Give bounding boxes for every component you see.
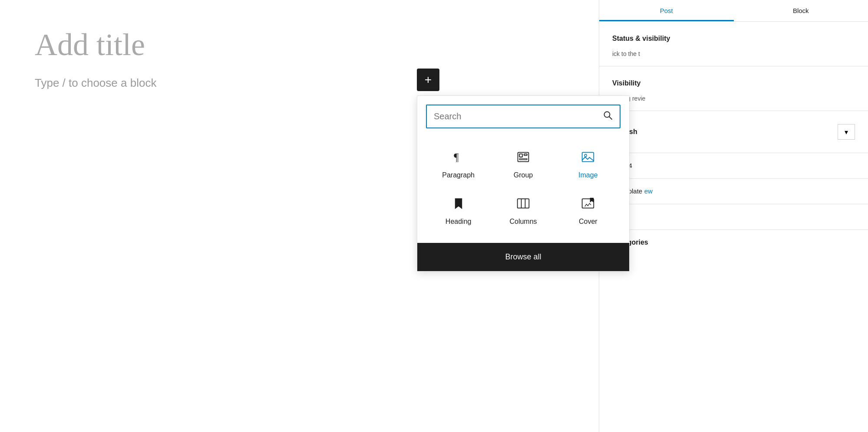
chevron-down-icon: ▾ [845, 128, 848, 136]
permalink-section: ink [599, 204, 868, 230]
title-placeholder[interactable]: Add title [35, 26, 564, 63]
block-prompt: Type / to choose a block [35, 76, 564, 90]
search-input[interactable] [434, 111, 603, 121]
sidebar-tabs: Post Block [599, 0, 868, 22]
cover-icon [581, 196, 595, 213]
block-inserter-popup: ¶ Paragraph Group [417, 95, 630, 272]
svg-text:¶: ¶ [454, 151, 459, 163]
search-icon [603, 111, 613, 122]
group-label: Group [514, 171, 533, 179]
template-section: lt template ew [599, 179, 868, 204]
svg-point-8 [584, 154, 587, 157]
categories-title: Categories [599, 230, 868, 251]
truncated-text-2: ending revie [612, 95, 855, 102]
svg-rect-7 [582, 152, 594, 161]
status-visibility-section: Status & visibility ick to the t [599, 22, 868, 66]
search-box [426, 105, 620, 128]
svg-rect-9 [518, 199, 529, 208]
categories-section: Categories [599, 230, 868, 251]
template-link[interactable]: ew [644, 187, 653, 195]
block-item-cover[interactable]: Cover [556, 188, 620, 234]
visibility-section: Visibility ending revie [599, 66, 868, 111]
block-grid: ¶ Paragraph Group [417, 133, 629, 243]
status-visibility-row: Status & visibility [612, 30, 855, 47]
visibility-row: Visibility [612, 75, 855, 92]
svg-rect-6 [519, 159, 527, 160]
paragraph-label: Paragraph [442, 171, 475, 179]
add-block-button[interactable]: + [417, 69, 439, 91]
visibility-title: Visibility [612, 79, 641, 87]
tab-post-label: Post [660, 7, 673, 14]
search-container [417, 96, 629, 133]
columns-icon [516, 196, 530, 213]
status-visibility-title: Status & visibility [612, 35, 670, 43]
sidebar-content: Status & visibility ick to the t Visibil… [599, 22, 868, 251]
group-icon [516, 150, 530, 167]
publish-row: Publish ▾ [612, 120, 855, 144]
heading-icon [452, 196, 465, 213]
block-item-group[interactable]: Group [491, 141, 555, 188]
image-icon [581, 150, 595, 167]
block-item-columns[interactable]: Columns [491, 188, 555, 234]
svg-line-1 [609, 117, 612, 119]
tab-block[interactable]: Block [734, 0, 868, 21]
block-item-heading[interactable]: Heading [426, 188, 491, 234]
truncated-text-1: ick to the t [612, 50, 855, 57]
publish-section: Publish ▾ [599, 111, 868, 153]
tab-block-label: Block [793, 7, 809, 14]
svg-rect-5 [524, 154, 527, 156]
publish-dropdown[interactable]: ▾ [838, 124, 855, 140]
tab-post[interactable]: Post [599, 0, 734, 21]
svg-rect-4 [519, 154, 522, 157]
heading-label: Heading [446, 218, 472, 226]
sidebar: Post Block Status & visibility ick to th… [599, 0, 868, 432]
block-item-image[interactable]: Image [556, 141, 620, 188]
status-section: te: 404 [599, 153, 868, 179]
cover-label: Cover [579, 218, 597, 226]
block-item-paragraph[interactable]: ¶ Paragraph [426, 141, 491, 188]
columns-label: Columns [509, 218, 537, 226]
image-label: Image [578, 171, 597, 179]
paragraph-icon: ¶ [452, 150, 465, 167]
browse-all-button[interactable]: Browse all [417, 243, 629, 271]
